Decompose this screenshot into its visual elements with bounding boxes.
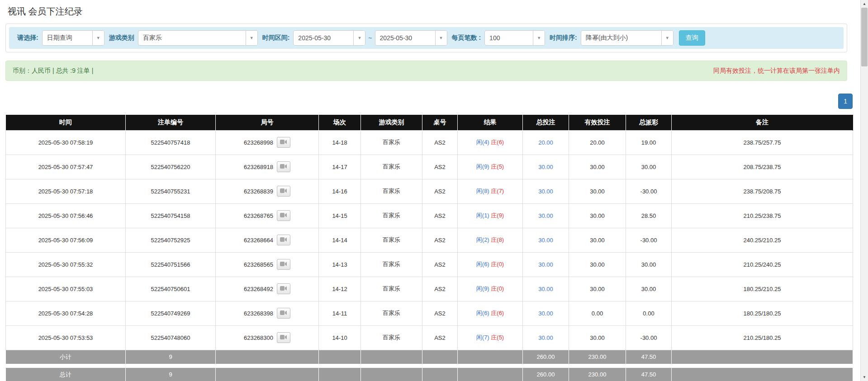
date-from-select[interactable]: 2025-05-30 ▼ xyxy=(293,30,365,46)
chevron-down-icon[interactable]: ▼ xyxy=(435,31,447,45)
grandtotal-row-result xyxy=(458,367,523,381)
total-bet-link[interactable]: 30.00 xyxy=(538,164,553,170)
cell-session: 14-13 xyxy=(319,252,361,277)
grandtotal-row-game xyxy=(361,367,422,381)
view-video-button[interactable] xyxy=(277,235,290,245)
vertical-scrollbar[interactable]: ▲ ▼ xyxy=(860,0,868,381)
search-button[interactable]: 查询 xyxy=(679,30,705,46)
filter-panel: 请选择: 日期查询 ▼ 游戏类别 百家乐 ▼ 时间区间: 2025-05-30 … xyxy=(5,24,847,52)
video-camera-icon xyxy=(280,237,287,244)
game-type-select[interactable]: 百家乐 ▼ xyxy=(138,30,258,46)
time-sort-select[interactable]: 降幂(由大到小) ▼ xyxy=(581,30,674,46)
query-type-label: 请选择: xyxy=(17,34,38,42)
cell-table-no: AS2 xyxy=(422,252,458,277)
total-bet-link[interactable]: 30.00 xyxy=(538,334,553,341)
cell-session: 14-14 xyxy=(319,228,361,252)
result-banker: 庄(6) xyxy=(491,139,504,146)
total-bet-link[interactable]: 30.00 xyxy=(538,286,553,292)
view-video-button[interactable] xyxy=(277,161,290,172)
cell-game-type: 百家乐 xyxy=(361,203,422,228)
result-player: 闲(9) xyxy=(476,285,489,292)
subtotal-row-session xyxy=(319,350,361,364)
total-bet-link[interactable]: 30.00 xyxy=(538,188,553,195)
result-banker: 庄(6) xyxy=(491,310,504,316)
cell-time: 2025-05-30 07:53:53 xyxy=(6,325,126,350)
cell-payout: -30.00 xyxy=(626,325,672,350)
view-video-button[interactable] xyxy=(277,186,290,197)
cell-payout: -30.00 xyxy=(626,179,672,203)
cell-result: 闲(7) 庄(5) xyxy=(458,325,523,350)
chevron-down-icon[interactable]: ▼ xyxy=(92,31,104,45)
cell-session: 14-16 xyxy=(319,179,361,203)
cell-game-type: 百家乐 xyxy=(361,277,422,301)
cell-time: 2025-05-30 07:55:03 xyxy=(6,277,126,301)
view-video-button[interactable] xyxy=(277,210,290,221)
total-bet-link[interactable]: 30.00 xyxy=(538,261,553,268)
query-type-select[interactable]: 日期查询 ▼ xyxy=(42,30,104,46)
table-row: 2025-05-30 07:58:19522540757418623268998… xyxy=(6,130,853,155)
page-number-button[interactable]: 1 xyxy=(838,94,853,109)
table-row: 2025-05-30 07:56:09522540752925623268664… xyxy=(6,228,853,252)
time-range-label: 时间区间: xyxy=(262,34,290,42)
cell-total-bet: 30.00 xyxy=(523,277,569,301)
grandtotal-row-table xyxy=(422,367,458,381)
grandtotal-row-session xyxy=(319,367,361,381)
page-size-select[interactable]: 100 ▼ xyxy=(484,30,545,46)
view-video-button[interactable] xyxy=(277,137,290,148)
page-size-label: 每页笔数 : xyxy=(452,34,481,42)
total-bet-link[interactable]: 20.00 xyxy=(538,139,553,146)
cell-session: 14-12 xyxy=(319,277,361,301)
bets-table: 时间注单编号局号场次游戏类别桌号结果总投注有效投注总派彩备注 2025-05-3… xyxy=(5,115,853,364)
cell-time: 2025-05-30 07:58:19 xyxy=(6,130,126,155)
cell-payout: 19.00 xyxy=(626,130,672,155)
round-number: 623268300 xyxy=(244,334,273,341)
view-video-button[interactable] xyxy=(277,308,290,319)
cell-time: 2025-05-30 07:57:18 xyxy=(6,179,126,203)
result-player: 闲(8) xyxy=(476,188,489,194)
table-row: 2025-05-30 07:53:53522540748060623268300… xyxy=(6,325,853,350)
chevron-down-icon[interactable]: ▼ xyxy=(246,31,257,45)
column-header: 备注 xyxy=(672,115,853,130)
time-sort-value: 降幂(由大到小) xyxy=(581,34,661,42)
cell-result: 闲(8) 庄(7) xyxy=(458,179,523,203)
cell-valid-bet: 0.00 xyxy=(569,301,626,325)
cell-remark: 240.25/210.25 xyxy=(672,228,853,252)
column-header: 时间 xyxy=(6,115,126,130)
video-camera-icon xyxy=(280,261,287,268)
view-video-button[interactable] xyxy=(277,259,290,270)
round-number: 623268839 xyxy=(244,188,273,195)
round-number: 623268492 xyxy=(244,286,273,292)
cell-total-bet: 30.00 xyxy=(523,203,569,228)
scrollbar-thumb[interactable] xyxy=(861,8,868,66)
cell-bet-id: 522540756220 xyxy=(126,155,216,179)
scroll-up-icon[interactable]: ▲ xyxy=(861,0,868,8)
cell-round-id: 623268918 xyxy=(216,155,319,179)
chevron-down-icon[interactable]: ▼ xyxy=(661,31,673,45)
column-header: 总投注 xyxy=(523,115,569,130)
chevron-down-icon[interactable]: ▼ xyxy=(533,31,545,45)
round-number: 623268565 xyxy=(244,261,273,268)
cell-total-bet: 30.00 xyxy=(523,301,569,325)
cell-game-type: 百家乐 xyxy=(361,252,422,277)
view-video-button[interactable] xyxy=(277,332,290,343)
total-bet-link[interactable]: 30.00 xyxy=(538,310,553,317)
cell-payout: 30.00 xyxy=(626,252,672,277)
betting-records-page: 视讯 会员下注纪录 请选择: 日期查询 ▼ 游戏类别 百家乐 ▼ 时间区间: 2… xyxy=(0,5,860,381)
cell-round-id: 623268765 xyxy=(216,203,319,228)
total-bet-link[interactable]: 30.00 xyxy=(538,212,553,219)
cell-table-no: AS2 xyxy=(422,203,458,228)
filter-bar: 请选择: 日期查询 ▼ 游戏类别 百家乐 ▼ 时间区间: 2025-05-30 … xyxy=(9,27,844,49)
cell-round-id: 623268998 xyxy=(216,130,319,155)
cell-bet-id: 522540750601 xyxy=(126,277,216,301)
cell-remark: 180.25/180.25 xyxy=(672,301,853,325)
date-from-value: 2025-05-30 xyxy=(294,34,353,42)
view-video-button[interactable] xyxy=(277,283,290,294)
column-header: 结果 xyxy=(458,115,523,130)
chevron-down-icon[interactable]: ▼ xyxy=(353,31,365,45)
subtotal-row-result xyxy=(458,350,523,364)
total-bet-link[interactable]: 30.00 xyxy=(538,237,553,244)
scroll-down-icon[interactable]: ▼ xyxy=(861,373,868,381)
date-to-select[interactable]: 2025-05-30 ▼ xyxy=(375,30,447,46)
video-camera-icon xyxy=(280,139,287,146)
video-camera-icon xyxy=(280,212,287,219)
